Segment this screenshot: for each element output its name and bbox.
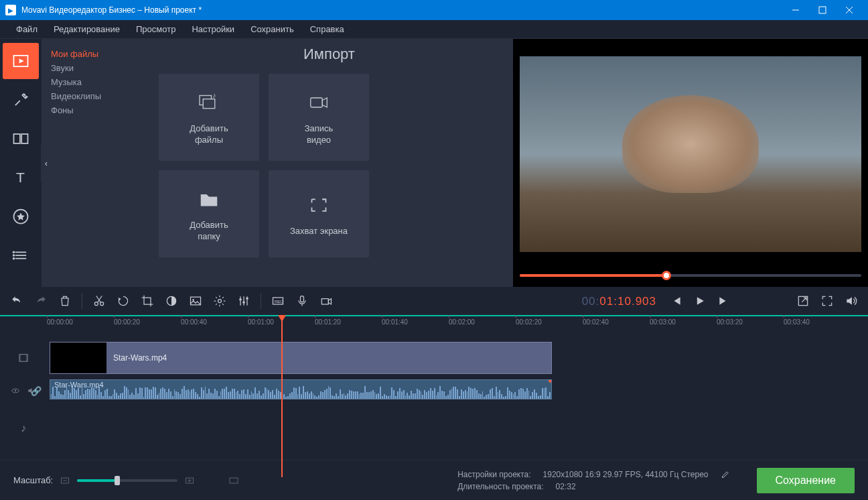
rotate-button[interactable] [112, 290, 135, 312]
ruler-tick: 00:01:20 [315, 318, 341, 326]
svg-text:♪: ♪ [212, 91, 216, 99]
zoom-out-icon[interactable] [60, 475, 70, 486]
menu-view[interactable]: Просмотр [128, 21, 184, 37]
menu-edit[interactable]: Редактирование [46, 21, 128, 37]
seek-bar[interactable] [520, 269, 861, 282]
undo-button[interactable] [5, 290, 28, 312]
svg-text:T: T [16, 170, 25, 185]
tool-import[interactable] [3, 43, 39, 79]
mic-button[interactable] [291, 290, 313, 312]
color-button[interactable] [160, 290, 183, 312]
menu-help[interactable]: Справка [302, 21, 352, 37]
tool-transitions[interactable] [3, 121, 39, 157]
ruler-tick: 00:03:00 [650, 318, 676, 326]
redo-button[interactable] [29, 290, 52, 312]
menubar: Файл Редактирование Просмотр Настройки С… [0, 20, 868, 39]
video-clip[interactable]: Star-Wars.mp4 [50, 342, 552, 374]
svg-rect-43 [19, 355, 21, 362]
svg-rect-8 [14, 134, 20, 143]
fit-icon[interactable] [228, 475, 239, 486]
toolbar: REC 00:01:10.903 [0, 287, 868, 315]
preview-canvas[interactable] [520, 44, 861, 264]
edit-icon[interactable] [721, 470, 730, 479]
image-button[interactable] [184, 290, 207, 312]
save-button[interactable]: Сохранение [757, 468, 855, 493]
cat-my-files[interactable]: Мои файлы [47, 47, 140, 61]
app-logo-icon: ▶ [5, 5, 16, 15]
ruler-tick: 00:00:00 [47, 318, 73, 326]
collapse-handle[interactable]: ‹ [41, 143, 52, 183]
window-title: Movavi Видеоредактор Бизнес – Новый прое… [21, 5, 782, 15]
tool-filters[interactable] [3, 82, 39, 118]
zoom-slider[interactable] [77, 479, 177, 482]
svg-point-18 [13, 257, 15, 260]
svg-rect-22 [311, 98, 323, 107]
audio-clip[interactable]: Star-Wars.mp4 [50, 379, 552, 399]
tool-sidebar: T [0, 39, 42, 287]
svg-rect-53 [230, 478, 238, 483]
svg-marker-39 [697, 297, 704, 305]
svg-marker-12 [17, 212, 25, 221]
svg-rect-33 [246, 298, 248, 300]
svg-rect-32 [242, 302, 244, 304]
music-track[interactable]: ♪ [47, 418, 868, 438]
cat-sounds[interactable]: Звуки [47, 61, 140, 75]
cat-videoclips[interactable]: Видеоклипы [47, 89, 140, 103]
timeline[interactable]: Star-Wars.mp4 🔗 Star-Wars.mp4 ♪ [0, 330, 868, 464]
card-add-files[interactable]: ♪ Добавить файлы [159, 74, 259, 161]
detach-button[interactable] [792, 290, 814, 312]
main-area: T ‹ Мои файлы Звуки Музыка Видеоклипы Фо… [0, 39, 868, 287]
svg-point-7 [26, 96, 27, 97]
zoom-in-icon[interactable] [184, 475, 195, 486]
eye-icon[interactable] [11, 386, 20, 395]
ruler-tick: 00:01:00 [248, 318, 274, 326]
clip-thumbnail [50, 342, 106, 373]
svg-point-16 [13, 251, 15, 254]
svg-rect-31 [239, 299, 241, 301]
audio-track[interactable]: 🔗 Star-Wars.mp4 [47, 379, 868, 402]
card-add-folder[interactable]: Добавить папку [159, 170, 259, 257]
svg-rect-20 [203, 99, 215, 109]
menu-file[interactable]: Файл [8, 21, 46, 37]
video-track[interactable]: Star-Wars.mp4 [47, 342, 868, 374]
delete-button[interactable] [54, 290, 76, 312]
menu-settings[interactable]: Настройки [184, 21, 242, 37]
record-button[interactable]: REC [267, 290, 289, 312]
ruler-tick: 00:02:00 [449, 318, 475, 326]
ruler-tick: 00:03:20 [717, 318, 743, 326]
import-title: Импорт [159, 46, 500, 63]
maximize-button[interactable] [809, 0, 836, 20]
camera-button[interactable] [315, 290, 338, 312]
svg-marker-41 [847, 297, 852, 305]
card-label: Добавить файлы [190, 123, 228, 146]
clip-name: Star-Wars.mp4 [106, 353, 167, 363]
cut-button[interactable] [88, 290, 111, 312]
menu-save[interactable]: Сохранить [242, 21, 302, 37]
tool-titles[interactable]: T [3, 160, 39, 196]
timeline-ruler[interactable]: 00:00:0000:00:2000:00:4000:01:0000:01:20… [0, 315, 868, 330]
clip-end-marker[interactable] [549, 379, 552, 383]
cat-backgrounds[interactable]: Фоны [47, 103, 140, 117]
card-label: Захват экрана [290, 226, 348, 237]
minimize-button[interactable] [782, 0, 809, 20]
crop-button[interactable] [136, 290, 159, 312]
tool-more[interactable] [3, 237, 39, 273]
prev-button[interactable] [664, 290, 687, 312]
properties-button[interactable] [208, 290, 231, 312]
close-button[interactable] [836, 0, 863, 20]
music-note-icon: ♪ [21, 422, 26, 434]
card-record-video[interactable]: Запись видео [269, 74, 369, 161]
tool-stickers[interactable] [3, 198, 39, 235]
next-button[interactable] [713, 290, 735, 312]
equalizer-button[interactable] [232, 290, 255, 312]
playhead[interactable] [281, 316, 283, 477]
titlebar: ▶ Movavi Видеоредактор Бизнес – Новый пр… [0, 0, 868, 20]
import-categories: Мои файлы Звуки Музыка Видеоклипы Фоны [42, 39, 145, 287]
card-screen-capture[interactable]: Захват экрана [269, 170, 369, 257]
fullscreen-button[interactable] [816, 290, 839, 312]
card-label: Запись видео [305, 123, 334, 146]
volume-button[interactable] [840, 290, 863, 312]
filmstrip-icon [17, 352, 29, 364]
cat-music[interactable]: Музыка [47, 75, 140, 89]
play-button[interactable] [689, 290, 711, 312]
